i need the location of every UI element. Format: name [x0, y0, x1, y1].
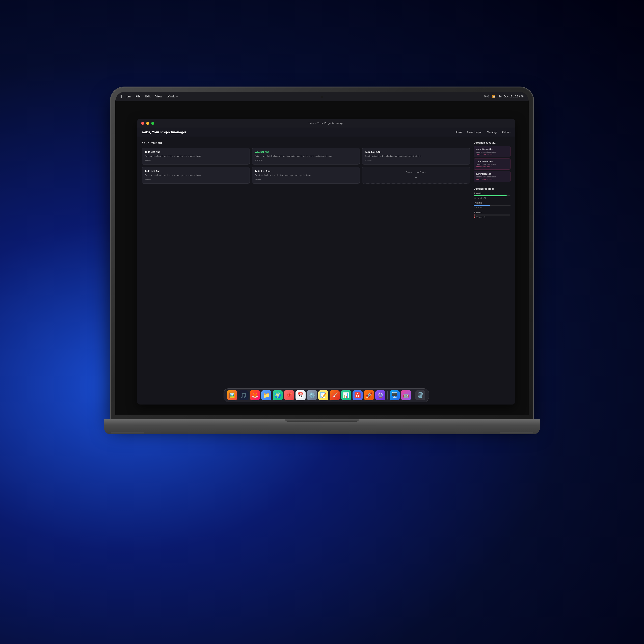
window-maximize-button[interactable]	[151, 122, 154, 125]
projects-main-area: Your Projects Todo List App Create a sim…	[142, 141, 470, 400]
project-card-4-desc: Create a simple web application to manag…	[255, 174, 357, 177]
progress-section: Current Progress Project.id 90% to v0.4.…	[474, 187, 511, 221]
project-card-3[interactable]: Todo List App Create a simple web applic…	[142, 167, 250, 184]
dock-icon-garageband[interactable]: 🎸	[330, 390, 340, 400]
laptop-screen-bezel:  pm File Edit View Window 46% 📶 Sun Dec…	[115, 92, 529, 415]
issue-1-title: current.issue.title	[476, 160, 508, 163]
dock-icon-firefox[interactable]: 🦊	[250, 390, 260, 400]
progress-1-bar-fill	[474, 205, 490, 206]
app-navbar: miku, Your Projectmanager Home New Proje…	[137, 128, 515, 137]
apple-menu-icon[interactable]: 	[120, 94, 122, 99]
dock-icon-ai[interactable]: 🤖	[401, 390, 411, 400]
dock-icon-settings[interactable]: ⚙️	[307, 390, 317, 400]
nav-link-home[interactable]: Home	[455, 131, 462, 134]
create-project-plus-icon: +	[415, 175, 417, 180]
window-minimize-button[interactable]	[146, 122, 149, 125]
project-card-4[interactable]: Todo List App Create a simple web applic…	[252, 167, 360, 184]
progress-0-bar-bg	[474, 195, 511, 196]
project-card-1[interactable]: Weather App Build an app that displays w…	[252, 148, 360, 165]
dock-icon-appstore[interactable]: 🅰️	[353, 390, 363, 400]
issue-0-person: current.issue.person	[476, 153, 508, 155]
sidebar: Current Issues (12) current.issue.title …	[474, 141, 511, 400]
project-card-2-title: Todo List App	[365, 151, 467, 153]
project-card-3-tag: #f0c6c6	[145, 178, 247, 180]
dock-icon-transmit[interactable]: 🚀	[364, 390, 374, 400]
app-window: miku – Your Projectmanager miku, Your Pr…	[137, 119, 515, 405]
menu-item-edit[interactable]: Edit	[145, 95, 151, 98]
nav-link-settings[interactable]: Settings	[487, 131, 497, 134]
progress-2-bar-bg	[474, 214, 511, 216]
progress-0-bar-fill	[474, 195, 507, 196]
menu-item-file[interactable]: File	[136, 95, 141, 98]
menu-item-pm[interactable]: pm	[126, 95, 131, 98]
nav-link-github[interactable]: Github	[502, 131, 511, 134]
menu-bar-left:  pm File Edit View Window	[120, 94, 178, 99]
project-card-3-desc: Create a simple web application to manag…	[145, 174, 247, 177]
menu-bar-battery: 46%	[484, 95, 489, 98]
progress-0-version: 90% to v0.4.21	[474, 197, 511, 199]
issue-card-1[interactable]: current.issue.title current.issue.descri…	[474, 158, 511, 170]
window-controls	[137, 122, 154, 125]
progress-item-0: Project.id 90% to v0.4.21	[474, 192, 511, 199]
progress-2-bar-fill	[474, 214, 475, 216]
issue-1-person: current.issue.person	[476, 166, 508, 168]
project-card-3-title: Todo List App	[145, 170, 247, 172]
create-new-project-card[interactable]: Create a new Project +	[362, 167, 470, 184]
menu-item-window[interactable]: Window	[167, 95, 178, 98]
menu-bar-wifi-icon: 📶	[492, 95, 495, 98]
progress-2-version: 3% to v1.8.1	[474, 216, 511, 218]
issues-section: Current Issues (12) current.issue.title …	[474, 141, 511, 183]
app-brand: miku, Your Projectmanager	[142, 130, 186, 134]
issue-0-desc: current.issue.description	[476, 151, 508, 153]
window-titlebar: miku – Your Projectmanager	[137, 119, 515, 128]
dock-icon-finder[interactable]: 📁	[261, 390, 271, 400]
projects-grid: Todo List App Create a simple web applic…	[142, 148, 470, 184]
progress-1-bar-bg	[474, 205, 511, 206]
laptop-screen-outer:  pm File Edit View Window 46% 📶 Sun Dec…	[111, 87, 533, 419]
project-card-2-desc: Create a simple web application to manag…	[365, 155, 467, 158]
progress-item-2: Project.id 3% to v1.8.1	[474, 211, 511, 218]
project-card-0-tag: #f0c6c6	[145, 159, 247, 161]
dock-icon-share[interactable]: 🔮	[375, 390, 385, 400]
progress-0-label: Project.id	[474, 192, 511, 195]
issues-section-title: Current Issues (12)	[474, 141, 511, 144]
dock-icon-trash[interactable]: 🗑️	[415, 390, 425, 400]
project-card-2[interactable]: Todo List App Create a simple web applic…	[362, 148, 470, 165]
nav-link-new-project[interactable]: New Project	[467, 131, 482, 134]
window-close-button[interactable]	[141, 122, 144, 125]
camera-notch	[321, 96, 323, 98]
dock-icon-music[interactable]: 🎵	[238, 390, 249, 400]
progress-1-label: Project.id	[474, 202, 511, 204]
issue-2-title: current.issue.title	[476, 173, 508, 175]
progress-1-version: 45% to v0.1	[474, 207, 511, 209]
issue-0-title: current.issue.title	[476, 148, 508, 150]
dock-icon-reminders[interactable]: 📌	[284, 390, 294, 400]
menu-bar-datetime: Sun Dec 17 16:33:49	[498, 95, 524, 98]
dock-icon-photos[interactable]: 🖼️	[227, 390, 237, 400]
project-card-0-desc: Create a simple web application to manag…	[145, 155, 247, 158]
app-nav-links: Home New Project Settings Github	[455, 131, 511, 134]
progress-item-1: Project.id 45% to v0.1	[474, 202, 511, 209]
issue-card-2[interactable]: current.issue.title current.issue.descri…	[474, 171, 511, 182]
dock-icon-maps[interactable]: 🌍	[273, 390, 283, 400]
project-card-1-tag: #3182CE	[255, 159, 357, 161]
laptop-base	[104, 419, 540, 434]
dock-icon-vscode[interactable]: 🖥️	[390, 390, 400, 400]
progress-section-title: Current Progress	[474, 187, 511, 190]
project-card-0[interactable]: Todo List App Create a simple web applic…	[142, 148, 250, 165]
project-card-4-title: Todo List App	[255, 170, 357, 172]
create-project-label: Create a new Project	[406, 171, 426, 173]
laptop-container:  pm File Edit View Window 46% 📶 Sun Dec…	[104, 87, 540, 557]
menu-bar-right: 46% 📶 Sun Dec 17 16:33:49	[484, 95, 524, 98]
progress-2-label: Project.id	[474, 211, 511, 214]
project-card-2-tag: #f0c6c6	[365, 159, 467, 161]
dock-icon-numbers[interactable]: 📊	[341, 390, 351, 400]
dock-area: 🖼️ 🎵 🦊 📁 🌍 📌 📅 ⚙️ 📝 🎸 📊 🅰️ 🚀 🔮	[137, 386, 515, 405]
issue-2-person: current.issue.person	[476, 178, 508, 180]
issue-card-0[interactable]: current.issue.title current.issue.descri…	[474, 146, 511, 157]
laptop-hinge	[285, 419, 359, 422]
dock-icon-notes[interactable]: 📝	[318, 390, 328, 400]
project-card-1-title: Weather App	[255, 151, 357, 153]
dock-icon-calendar[interactable]: 📅	[296, 390, 306, 400]
menu-item-view[interactable]: View	[155, 95, 162, 98]
